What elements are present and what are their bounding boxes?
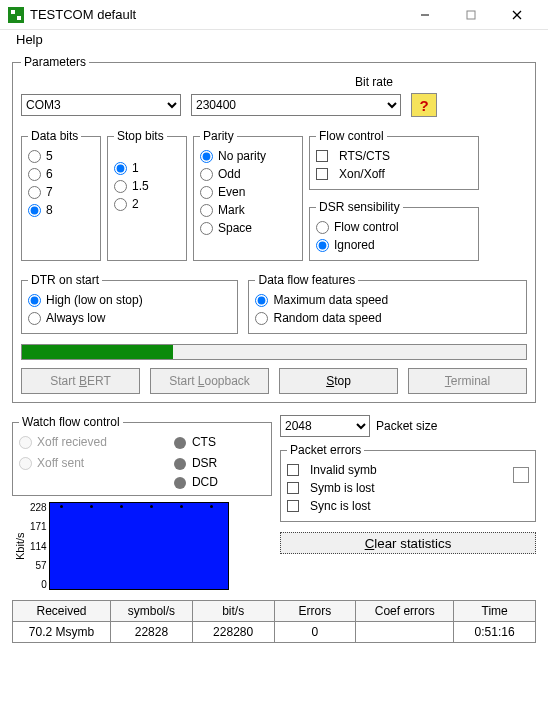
dataflow-random[interactable] — [255, 312, 268, 325]
val-time: 0:51:16 — [454, 622, 536, 643]
dtr-group: DTR on start High (low on stop) Always l… — [21, 273, 238, 334]
databits-5[interactable] — [28, 150, 41, 163]
svg-rect-1 — [11, 10, 15, 14]
start-loopback-button[interactable]: Start Loopback — [150, 368, 269, 394]
sync-lost-checkbox[interactable] — [287, 500, 299, 512]
databits-8[interactable] — [28, 204, 41, 217]
close-button[interactable] — [494, 0, 540, 30]
hdr-coef: Coef errors — [356, 601, 454, 622]
bitrate-label: Bit rate — [221, 75, 527, 91]
val-coef — [356, 622, 454, 643]
maximize-button[interactable] — [448, 0, 494, 30]
dtr-low[interactable] — [28, 312, 41, 325]
databits-6[interactable] — [28, 168, 41, 181]
databits-group: Data bits 5 6 7 8 — [21, 129, 101, 261]
dtr-high[interactable] — [28, 294, 41, 307]
start-bert-button[interactable]: Start BERT — [21, 368, 140, 394]
watch-flow-group: Watch flow control Xoff recieved CTS Xof… — [12, 415, 272, 496]
watch-flow-legend: Watch flow control — [19, 415, 123, 429]
app-icon — [8, 7, 24, 23]
val-bits: 228280 — [193, 622, 275, 643]
parity-odd[interactable] — [200, 168, 213, 181]
val-received: 70.2 Msymb — [13, 622, 111, 643]
databits-7[interactable] — [28, 186, 41, 199]
dsr-group: DSR sensibility Flow control Ignored — [309, 200, 479, 261]
parity-space[interactable] — [200, 222, 213, 235]
dataflow-group: Data flow features Maximum data speed Ra… — [248, 273, 527, 334]
window-title: TESTCOM default — [30, 7, 402, 22]
parity-mark[interactable] — [200, 204, 213, 217]
title-bar: TESTCOM default — [0, 0, 548, 30]
parity-legend: Parity — [200, 129, 237, 143]
svg-rect-2 — [17, 16, 21, 20]
packet-errors-group: Packet errors Invalid symb Symb is lost … — [280, 443, 536, 522]
dataflow-max[interactable] — [255, 294, 268, 307]
hdr-time: Time — [454, 601, 536, 622]
hdr-received: Received — [13, 601, 111, 622]
chart-yaxis: 228 171 114 57 0 — [28, 502, 49, 590]
menu-bar: Help — [0, 30, 548, 49]
stopbits-1[interactable] — [114, 162, 127, 175]
symb-lost-checkbox[interactable] — [287, 482, 299, 494]
hdr-bits: bit/s — [193, 601, 275, 622]
invalid-symb-checkbox[interactable] — [287, 464, 299, 476]
databits-legend: Data bits — [28, 129, 81, 143]
svg-rect-4 — [467, 11, 475, 19]
rts-cts-checkbox[interactable] — [316, 150, 328, 162]
stopbits-1-5[interactable] — [114, 180, 127, 193]
packet-size-select[interactable]: 2048 — [280, 415, 370, 437]
val-symbols: 22828 — [111, 622, 193, 643]
dsr-ignored[interactable] — [316, 239, 329, 252]
parity-none[interactable] — [200, 150, 213, 163]
progress-bar — [21, 344, 527, 360]
flowcontrol-legend: Flow control — [316, 129, 387, 143]
parity-even[interactable] — [200, 186, 213, 199]
help-button[interactable]: ? — [411, 93, 437, 117]
xon-xoff-checkbox[interactable] — [316, 168, 328, 180]
stopbits-group: Stop bits 1 1.5 2 — [107, 129, 187, 261]
packet-flag-checkbox[interactable] — [513, 467, 529, 483]
chart-ylabel: Kbit/s — [12, 502, 28, 590]
throughput-chart — [49, 502, 229, 590]
stop-button[interactable]: Stop — [279, 368, 398, 394]
dsr-legend: DSR sensibility — [316, 200, 403, 214]
bitrate-select[interactable]: 230400 — [191, 94, 401, 116]
hdr-errors: Errors — [275, 601, 357, 622]
clear-statistics-button[interactable]: Clear statistics — [280, 532, 536, 554]
xoff-recv-led — [19, 436, 32, 449]
dataflow-legend: Data flow features — [255, 273, 358, 287]
dsr-led — [174, 458, 186, 470]
terminal-button[interactable]: Terminal — [408, 368, 527, 394]
minimize-button[interactable] — [402, 0, 448, 30]
xoff-sent-led — [19, 457, 32, 470]
stopbits-legend: Stop bits — [114, 129, 167, 143]
port-select[interactable]: COM3 — [21, 94, 181, 116]
packet-size-label: Packet size — [376, 419, 437, 433]
svg-rect-0 — [8, 7, 24, 23]
val-errors: 0 — [275, 622, 357, 643]
dcd-led — [174, 477, 186, 489]
packet-errors-legend: Packet errors — [287, 443, 364, 457]
status-grid: Received symbol/s bit/s Errors Coef erro… — [12, 600, 536, 643]
flowcontrol-group: Flow control RTS/CTS Xon/Xoff — [309, 129, 479, 190]
menu-help[interactable]: Help — [10, 30, 49, 49]
dsr-flowcontrol[interactable] — [316, 221, 329, 234]
parameters-legend: Parameters — [21, 55, 89, 69]
cts-led — [174, 437, 186, 449]
hdr-symbols: symbol/s — [111, 601, 193, 622]
parameters-group: Parameters Bit rate COM3 230400 ? Data b… — [12, 55, 536, 403]
dtr-legend: DTR on start — [28, 273, 102, 287]
parity-group: Parity No parity Odd Even Mark Space — [193, 129, 303, 261]
stopbits-2[interactable] — [114, 198, 127, 211]
